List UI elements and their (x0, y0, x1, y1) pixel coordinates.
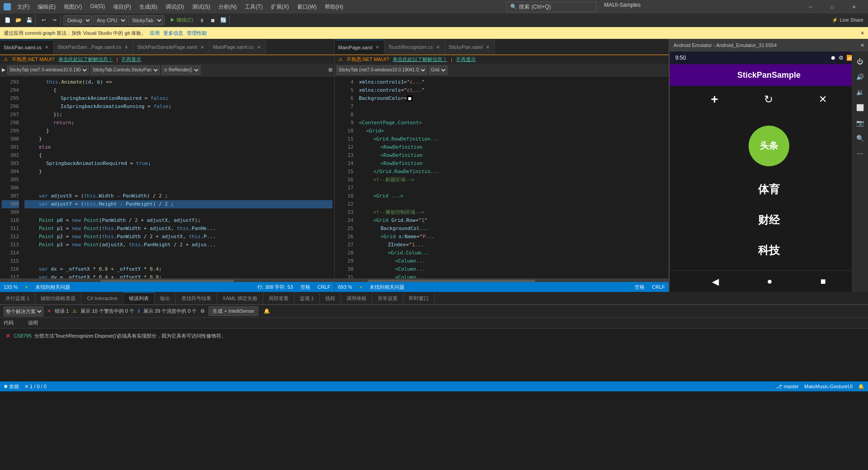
notification-bell[interactable]: 🔔 (858, 384, 864, 390)
tab-close-icon[interactable]: ✕ (123, 44, 129, 50)
right-breadcrumb-left[interactable]: StickyTab (net7.0-windows10.0.19041.0) (337, 66, 427, 75)
git-status[interactable]: ✱ 发烧 (4, 383, 19, 390)
close-button[interactable]: ✕ (844, 0, 864, 14)
menu-extend[interactable]: 扩展(X) (267, 2, 293, 12)
stop-icon[interactable]: ⏹ (208, 15, 218, 25)
tab-close-icon[interactable]: ✕ (43, 44, 50, 50)
breadcrumb-class-select[interactable]: StickyTab (net7.0-windows10.0.19041.0) (7, 66, 89, 75)
add-control-btn[interactable]: + (711, 92, 718, 107)
menu-test[interactable]: 测试(S) (189, 2, 214, 12)
branch-status[interactable]: ⎇ master (776, 384, 799, 390)
bottom-tab-error-list[interactable]: 错误列表 (123, 292, 155, 304)
warning-link[interactable]: 单击此处以了解解信息！ (58, 56, 113, 63)
collapse-icon[interactable]: ▶ (2, 67, 5, 73)
warnings-label[interactable]: 展示 10 个警告中的 0 个 (81, 308, 134, 315)
filter-icon[interactable]: ⚙ (200, 308, 205, 314)
bottom-tab-csharp-interactive[interactable]: C# Interactive (81, 292, 123, 304)
recent-nav-btn[interactable]: ■ (821, 276, 826, 287)
rotate-icon[interactable]: ⬜ (854, 101, 866, 114)
tab-touchrecognizer[interactable]: TouchRecognizer.cs ✕ (384, 40, 445, 54)
debug-config-select[interactable]: Debug (63, 15, 92, 25)
right-breadcrumb-right[interactable]: Grid (429, 66, 447, 75)
menu-window[interactable]: 窗口(W) (294, 2, 320, 12)
vol-up-icon[interactable]: 🔊 (854, 70, 866, 83)
git-more-link[interactable]: 更多信息 (163, 30, 183, 37)
build-intellisense-btn[interactable]: 生成 + IntelliSense (209, 306, 258, 316)
warning-link[interactable]: 单击此处以了解解信息！ (393, 56, 447, 63)
restart-icon[interactable]: 🔄 (218, 15, 228, 25)
pause-icon[interactable]: ⏸ (197, 15, 207, 25)
right-scrollbar-h[interactable] (335, 278, 669, 282)
split-editor-icon[interactable]: ⊞ (328, 67, 332, 73)
left-scrollbar-h[interactable] (0, 278, 334, 282)
menu-help[interactable]: 帮助(H) (321, 2, 347, 12)
tab-close-icon[interactable]: ✕ (256, 44, 262, 50)
scope-select[interactable]: 整个解决方案 (4, 306, 43, 316)
refresh-control-btn[interactable]: ↻ (764, 93, 773, 106)
menu-analyze[interactable]: 分析(N) (215, 2, 241, 12)
maximize-button[interactable]: □ (822, 0, 843, 14)
breadcrumb-member-select[interactable]: ⊙ ReRender() (161, 66, 200, 75)
deploy-target-select[interactable]: StickyTab (128, 15, 163, 25)
bottom-tab-output[interactable]: 输出 (155, 292, 176, 304)
menu-debug[interactable]: 调试(D) (162, 2, 188, 12)
bottom-tab-callstack[interactable]: 调用堆栈 (341, 292, 372, 304)
left-code-area[interactable]: 293294295296297 298299300301302 30330430… (0, 76, 334, 278)
bottom-tab-exceptions[interactable]: 异常设置 (372, 292, 403, 304)
redo-icon[interactable]: ↪ (49, 15, 59, 25)
bottom-tab-immediate[interactable]: 即时窗口 (403, 292, 435, 304)
git-manage-link[interactable]: 管理性能 (187, 30, 207, 37)
error-count-label[interactable]: 错误 1 (55, 308, 69, 315)
menu-git[interactable]: Git(G) (86, 2, 109, 12)
preview-close-icon[interactable]: ✕ (860, 42, 864, 48)
menu-file[interactable]: 文(F) (14, 2, 33, 12)
git-apply-link[interactable]: 应用 (150, 30, 160, 37)
home-nav-btn[interactable]: ● (767, 276, 772, 287)
new-file-icon[interactable]: 📄 (3, 15, 13, 25)
tab-close-icon[interactable]: ✕ (484, 44, 491, 50)
bottom-tab-xaml-binding[interactable]: XAML 绑定失败 (217, 292, 263, 304)
error-row-cs8795[interactable]: ✕ CS8795 分部方法'TouchRecognizer.Dispose()'… (2, 330, 866, 341)
bottom-tab-watch[interactable]: 监视 1 (294, 292, 320, 304)
tab-stickpan-xaml-cs[interactable]: StickPan.xaml.cs ✕ (0, 40, 54, 54)
power-icon[interactable]: ⏻ (854, 55, 866, 68)
tab-close-icon[interactable]: ✕ (374, 44, 380, 50)
tab-close-icon[interactable]: ✕ (435, 44, 441, 50)
messages-label[interactable]: 展示 39 个消息中的 0 个 (143, 308, 197, 315)
run-button[interactable]: ▶ 继续(C) (167, 16, 196, 24)
menu-edit[interactable]: 编辑(E) (34, 2, 59, 12)
bottom-tab-locals[interactable]: 局部变量 (263, 292, 294, 304)
warning-dismiss[interactable]: 不再显示 (121, 56, 141, 63)
tab-stickypan-xaml[interactable]: StickyPan.xaml ✕ (445, 40, 495, 54)
save-icon[interactable]: 💾 (24, 15, 34, 25)
tab-mainpage-xaml[interactable]: MainPage.xaml ✕ (335, 40, 385, 54)
right-code-content[interactable]: xmlns:controls1="c..." xmlns:controls="c… (357, 76, 669, 278)
undo-icon[interactable]: ↩ (38, 15, 48, 25)
tab-mainpage-cs[interactable]: MainPage.xaml.cs ✕ (209, 40, 266, 54)
minimize-button[interactable]: ─ (800, 0, 821, 14)
menu-tools[interactable]: 工具(T) (241, 2, 266, 12)
android-circle-btn[interactable]: 头条 (749, 126, 789, 166)
error-status[interactable]: ✕ 1 / 0 / 0 (24, 384, 47, 390)
tab-close-icon[interactable]: ✕ (199, 44, 205, 50)
back-nav-btn[interactable]: ◀ (712, 276, 719, 287)
vol-down-icon[interactable]: 🔉 (854, 86, 866, 99)
git-banner-close[interactable]: ✕ (860, 30, 864, 36)
menu-build[interactable]: 生成(B) (136, 2, 161, 12)
open-icon[interactable]: 📂 (14, 15, 24, 25)
right-code-area[interactable]: 45678 910111213 1415161718 2223242526 27… (335, 76, 669, 278)
cpu-config-select[interactable]: Any CPU (93, 15, 127, 25)
tab-stickpansample-xaml[interactable]: StickPanSamplePage.xaml ✕ (133, 40, 209, 54)
bottom-tab-find-symbol[interactable]: 查找符号结果 (176, 292, 217, 304)
live-share-button[interactable]: ⚡ Live Share (829, 16, 866, 24)
breadcrumb-method-select[interactable]: StickyTab.Controls.StickyPan (90, 66, 160, 75)
bottom-tab-accessibility[interactable]: 辅助功能检查器 (35, 292, 81, 304)
more-icon[interactable]: ⋯ (854, 147, 866, 160)
menu-view[interactable]: 视图(V) (60, 2, 85, 12)
left-code-content[interactable]: this.Animate((d, b) => { SpringbackAnima… (23, 76, 334, 278)
search-box[interactable]: 🔍 搜索 (Ctrl+Q) (506, 2, 597, 12)
close-control-btn[interactable]: ✕ (819, 94, 827, 105)
tab-stickpansam-page[interactable]: StickPanSam...Page.xaml.cs ✕ (54, 40, 133, 54)
zoom-in-icon[interactable]: 🔍 (854, 132, 866, 145)
bottom-tab-parallel[interactable]: 并行监视 1 (0, 292, 35, 304)
